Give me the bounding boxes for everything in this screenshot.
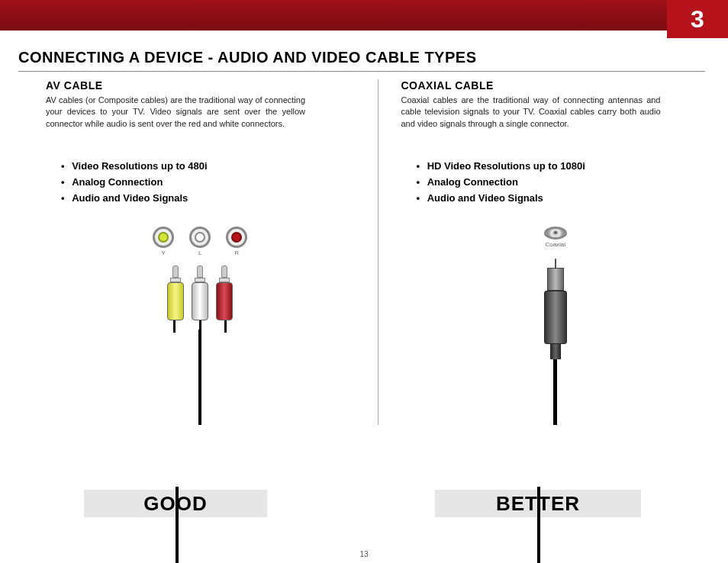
av-cable-trunk-icon (198, 330, 201, 425)
coax-description: Coaxial cables are the traditional way o… (401, 95, 661, 130)
rca-jack-icon (189, 227, 211, 248)
av-description: AV cables (or Composite cables) are the … (46, 95, 305, 130)
jack-label-l: L (198, 249, 201, 256)
jack-label-y: Y (162, 249, 166, 256)
rca-plug-red-icon (215, 265, 234, 320)
column-av-cable: AV CABLE AV cables (or Composite cables)… (46, 79, 378, 425)
rca-jack-icon (226, 227, 247, 248)
rca-plug-white-icon (191, 265, 209, 320)
coax-cable-continuation-icon (537, 487, 540, 563)
av-heading: AV CABLE (46, 79, 355, 92)
rca-plug-yellow-icon (166, 265, 185, 320)
column-coaxial-cable: COAXIAL CABLE Coaxial cables are the tra… (378, 79, 710, 425)
coax-heading: COAXIAL CABLE (401, 79, 710, 92)
coaxial-plug-icon (544, 259, 567, 359)
av-bullet-item: Audio and Video Signals (61, 192, 355, 204)
av-bullet-item: Analog Connection (61, 176, 355, 188)
coax-bullet-item: Audio and Video Signals (417, 192, 710, 204)
av-bullet-item: Video Resolutions up to 480i (61, 160, 355, 172)
av-jack-red: R (226, 227, 247, 256)
coax-bullet-item: HD Video Resolutions up to 1080i (417, 160, 710, 172)
jack-label-coaxial: Coaxial (545, 241, 565, 248)
coax-cable-illustration: Coaxial (401, 227, 710, 425)
av-jack-yellow: Y (153, 227, 174, 256)
page-number: 13 (359, 550, 368, 558)
av-plugs-row (166, 265, 234, 320)
av-cable-illustration: Y L R (46, 227, 355, 425)
av-cable-join-icon (173, 320, 227, 330)
coaxial-jack-icon (544, 227, 567, 239)
rca-jack-icon (153, 227, 174, 248)
av-jacks-row: Y L R (153, 227, 247, 256)
coax-bullet-item: Analog Connection (417, 176, 710, 188)
coax-cable-trunk-icon (553, 359, 557, 426)
page-title: CONNECTING A DEVICE - AUDIO AND VIDEO CA… (18, 49, 705, 72)
content-columns: AV CABLE AV cables (or Composite cables)… (46, 79, 710, 425)
av-cable-continuation-icon (176, 487, 179, 563)
chapter-number-tab: 3 (667, 0, 728, 38)
coax-bullet-list: HD Video Resolutions up to 1080i Analog … (417, 160, 710, 204)
jack-label-r: R (234, 249, 239, 256)
av-jack-white: L (189, 227, 211, 256)
av-bullet-list: Video Resolutions up to 480i Analog Conn… (61, 160, 355, 204)
header-red-band (0, 0, 728, 31)
